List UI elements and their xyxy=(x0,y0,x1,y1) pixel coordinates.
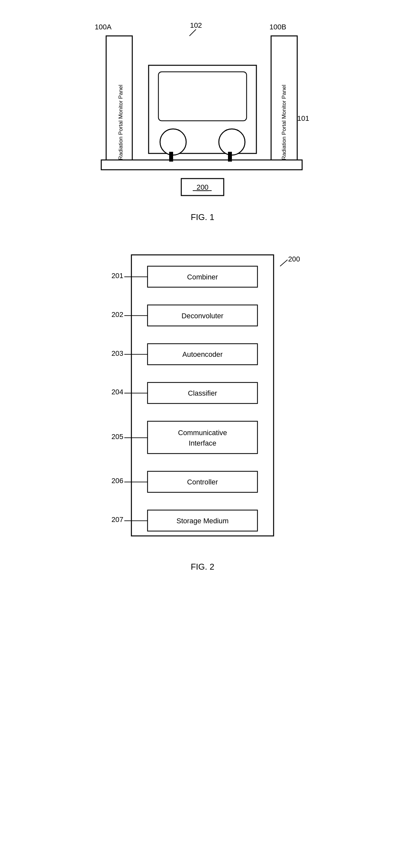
fig2-diagram: 200 Combiner 201 Deconvoluter 202 Autoen… xyxy=(105,248,300,559)
ref-203-label: 203 xyxy=(111,349,123,358)
combiner-label: Combiner xyxy=(187,273,218,281)
box-200-label: 200 xyxy=(197,183,209,191)
ref-204-label: 204 xyxy=(111,388,123,396)
page-container: 102 100A 100B 101 Radiation Portal Monit… xyxy=(0,0,405,868)
communicative-interface-label-2: Interface xyxy=(189,439,216,447)
truck-cab xyxy=(158,72,247,121)
ref-206-label: 206 xyxy=(111,476,123,485)
axle-left xyxy=(169,152,173,162)
communicative-interface-box xyxy=(148,421,257,454)
svg-line-0 xyxy=(190,29,196,36)
deconvoluter-label: Deconvoluter xyxy=(182,312,223,320)
panel-left-text: Radiation Portal Monitor Panel xyxy=(118,85,124,160)
fig1-section: 102 100A 100B 101 Radiation Portal Monit… xyxy=(0,20,405,222)
fig2-section: 200 Combiner 201 Deconvoluter 202 Autoen… xyxy=(0,248,405,572)
ref-202-label: 202 xyxy=(111,310,123,319)
autoencoder-label: Autoencoder xyxy=(182,350,223,359)
communicative-interface-label-1: Communicative xyxy=(178,429,227,437)
fig1-caption: FIG. 1 xyxy=(191,212,214,222)
fig2-caption: FIG. 2 xyxy=(191,562,214,572)
ground-platform xyxy=(101,160,302,170)
ref-200-label: 200 xyxy=(288,255,300,263)
panel-right-text: Radiation Portal Monitor Panel xyxy=(281,85,287,160)
svg-line-3 xyxy=(280,260,288,267)
ref-201-label: 201 xyxy=(111,272,123,280)
storage-medium-label: Storage Medium xyxy=(176,517,229,525)
fig1-diagram: 102 100A 100B 101 Radiation Portal Monit… xyxy=(88,20,317,209)
ref-207-label: 207 xyxy=(111,516,123,524)
ref-100b-label: 100B xyxy=(269,23,286,31)
ref-102-label: 102 xyxy=(190,21,202,29)
ref-101-label: 101 xyxy=(297,114,309,122)
truck-wheel-right xyxy=(219,129,245,155)
controller-label: Controller xyxy=(187,478,218,486)
ref-205-label: 205 xyxy=(111,433,123,441)
truck-wheel-left xyxy=(160,129,186,155)
classifier-label: Classifier xyxy=(188,389,217,397)
ref-100a-label: 100A xyxy=(95,23,112,31)
axle-right xyxy=(228,152,232,162)
